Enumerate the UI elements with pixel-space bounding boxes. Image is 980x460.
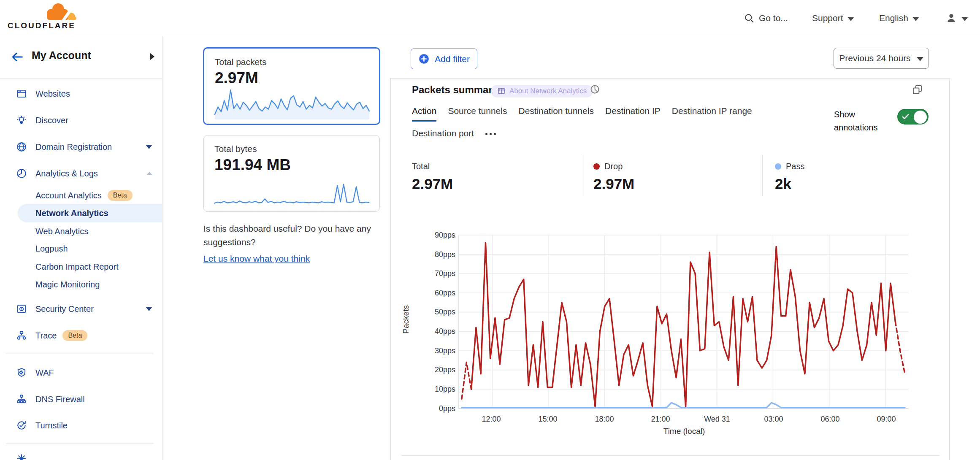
chevron-right-icon[interactable]: [150, 53, 154, 60]
feedback-question: Is this dashboard useful? Do you have an…: [203, 222, 385, 249]
stat-total-value: 2.97M: [412, 176, 453, 192]
sidebar-divider: [6, 444, 154, 444]
sidebar-item-trace[interactable]: Trace Beta: [0, 326, 162, 345]
cloudflare-logo[interactable]: CLOUDFLARE: [8, 2, 84, 31]
total-packets-sparkline: [214, 86, 371, 119]
tab-destination-tunnels[interactable]: Destination tunnels: [518, 106, 594, 122]
sidebar-item-turnstile[interactable]: Turnstile: [0, 416, 162, 435]
sidebar-divider: [6, 354, 154, 354]
y-tick: 0pps: [422, 404, 455, 413]
lightbulb-icon: [16, 115, 27, 127]
x-tick: 12:00: [482, 415, 501, 424]
sidebar-item-carbon-impact-report[interactable]: Carbon Impact Report: [0, 257, 162, 276]
chevron-down-icon: [917, 57, 923, 61]
trace-route-icon: [16, 330, 27, 343]
language-label: English: [879, 13, 908, 23]
stat-pass: Pass 2k: [775, 162, 804, 192]
time-range-label: Previous 24 hours: [839, 53, 910, 63]
goto-search[interactable]: Go to...: [744, 0, 788, 36]
total-packets-card[interactable]: Total packets 2.97M: [203, 47, 380, 125]
beta-badge: Beta: [62, 330, 87, 341]
chevron-up-icon: [146, 172, 152, 175]
x-tick: 18:00: [595, 415, 614, 424]
y-axis-label: Packets: [401, 298, 411, 341]
tab-destination-ip[interactable]: Destination IP: [605, 106, 661, 122]
sidebar-item-web-analytics[interactable]: Web Analytics: [0, 222, 162, 241]
packets-time-series-chart: [458, 233, 910, 412]
total-bytes-label: Total bytes: [214, 144, 379, 154]
sidebar-item-waf[interactable]: WAF: [0, 363, 162, 382]
y-tick: 40pps: [422, 327, 455, 336]
stat-total-label: Total: [412, 162, 453, 171]
chevron-down-icon: [961, 17, 968, 21]
tab-source-tunnels[interactable]: Source tunnels: [448, 106, 507, 122]
y-tick: 30pps: [422, 346, 455, 355]
sidebar-item-domain-registration[interactable]: Domain Registration: [0, 138, 162, 156]
account-header: My Account: [0, 36, 162, 79]
add-filter-label: Add filter: [435, 54, 470, 64]
y-tick: 90pps: [422, 231, 455, 240]
sidebar-item-account-analytics[interactable]: Account Analytics Beta: [0, 186, 162, 205]
y-tick: 10pps: [422, 385, 455, 394]
support-label: Support: [812, 13, 843, 23]
toggle-knob: [914, 111, 927, 124]
stat-pass-value: 2k: [775, 176, 804, 192]
packets-summary-panel: Packets summary About Network Analytics …: [390, 78, 950, 460]
y-tick: 20pps: [422, 365, 455, 374]
x-tick: 09:00: [877, 415, 896, 424]
feedback-link[interactable]: Let us know what you think: [203, 252, 310, 265]
x-axis-label: Time (local): [642, 427, 726, 436]
beta-badge: Beta: [108, 190, 133, 200]
sidebar-item-security-center[interactable]: Security Center: [0, 300, 162, 318]
plus-circle-icon: [418, 53, 430, 65]
tab-destination-ip-range[interactable]: Destination IP range: [672, 106, 752, 122]
stat-drop-label: Drop: [604, 162, 623, 171]
tab-action[interactable]: Action: [412, 106, 436, 122]
x-tick: 06:00: [820, 415, 839, 424]
starburst-icon: [16, 453, 27, 460]
show-annotations-toggle[interactable]: [897, 109, 929, 124]
total-bytes-card[interactable]: Total bytes 191.94 MB: [203, 135, 380, 212]
about-network-analytics-badge[interactable]: About Network Analytics: [491, 85, 593, 97]
stat-drop: Drop 2.97M: [593, 162, 634, 192]
more-tabs-icon[interactable]: [485, 128, 496, 144]
check-icon: [902, 114, 909, 120]
about-badge-label: About Network Analytics: [509, 87, 587, 95]
sidebar: My Account Websites Discover: [0, 36, 162, 460]
sidebar-item-discover[interactable]: Discover: [0, 111, 162, 130]
cloudflare-cloud-icon: [42, 3, 78, 21]
refresh-check-icon: [16, 420, 27, 433]
total-bytes-value: 191.94 MB: [214, 156, 379, 174]
total-bytes-sparkline: [213, 179, 370, 207]
feedback-block: Is this dashboard useful? Do you have an…: [203, 222, 385, 265]
sidebar-item-analytics-logs[interactable]: Analytics & Logs: [0, 164, 162, 183]
pie-chart-icon: [589, 83, 601, 96]
x-tick: 15:00: [538, 415, 557, 424]
book-icon: [497, 87, 506, 95]
time-range-select[interactable]: Previous 24 hours: [834, 48, 929, 69]
support-menu[interactable]: Support: [812, 0, 854, 36]
logo-wordmark: CLOUDFLARE: [8, 21, 76, 30]
hierarchy-icon: [16, 394, 27, 406]
pie-chart-icon: [16, 168, 27, 181]
browser-window-icon: [16, 88, 27, 101]
user-icon: [945, 12, 957, 24]
back-arrow-icon[interactable]: [10, 50, 24, 64]
pass-legend-dot: [775, 163, 781, 170]
account-menu[interactable]: [945, 0, 968, 36]
language-menu[interactable]: English: [879, 0, 919, 36]
sidebar-item-magic-monitoring[interactable]: Magic Monitoring: [0, 275, 162, 294]
duplicate-icon[interactable]: [912, 84, 923, 97]
chevron-down-icon: [912, 17, 919, 21]
account-title: My Account: [32, 49, 91, 62]
goto-label: Go to...: [759, 13, 788, 23]
sidebar-item-logpush[interactable]: Logpush: [0, 239, 162, 258]
sidebar-item-websites[interactable]: Websites: [0, 84, 162, 103]
stat-divider: [762, 154, 763, 196]
sidebar-item-network-analytics[interactable]: Network Analytics: [0, 204, 162, 222]
add-filter-button[interactable]: Add filter: [411, 49, 477, 69]
sidebar-item-dns-firewall[interactable]: DNS Firewall: [0, 390, 162, 409]
chevron-down-icon: [847, 17, 854, 21]
tab-destination-port[interactable]: Destination port: [412, 128, 474, 144]
top-bar: CLOUDFLARE Go to... Support English: [0, 0, 980, 36]
